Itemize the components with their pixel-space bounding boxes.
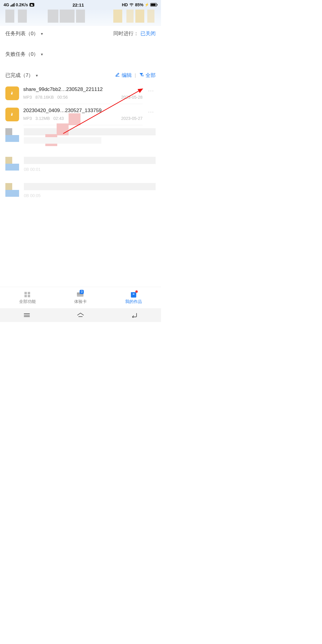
badge-count: 0 (80, 290, 84, 294)
file-type: MP3 (23, 95, 32, 100)
home-button[interactable] (76, 311, 85, 320)
chevron-down-icon: ▾ (41, 52, 43, 57)
tasks-section-header[interactable]: 任务列表（0） ▾ 同时进行： 已关闭 (0, 26, 161, 41)
hd-indicator: HD (122, 2, 128, 7)
battery-percent: 85% (135, 2, 143, 7)
list-item-redacted: 0B 00:05 (0, 180, 161, 206)
failed-label: 失败任务（0） (5, 51, 38, 58)
svg-rect-11 (24, 295, 27, 297)
svg-rect-3 (13, 4, 14, 7)
tab-all-functions[interactable]: 全部功能 (19, 291, 36, 304)
chevron-down-icon: ▾ (41, 31, 43, 36)
filter-icon[interactable] (139, 72, 144, 78)
svg-rect-10 (28, 292, 30, 294)
badge-dot (135, 290, 138, 293)
signal-icon (10, 3, 15, 7)
chevron-down-icon: ▾ (36, 73, 38, 78)
file-date: 2023-05-28 (121, 95, 143, 100)
completed-label: 已完成（7） (5, 72, 33, 79)
file-duration: 02:43 (53, 116, 64, 121)
list-item[interactable]: share_99dc7bb2…230528_221112 MP3 878.16K… (0, 83, 161, 104)
edit-icon[interactable] (115, 72, 120, 78)
battery-icon (150, 3, 157, 7)
file-date: 2023-05-27 (121, 116, 143, 121)
music-file-icon (5, 86, 19, 100)
network-type: 4G (4, 2, 9, 7)
concurrent-label: 同时进行： (113, 30, 139, 37)
list-item[interactable]: 20230420_0409…230527_133759 MP3 3.12MB 0… (0, 104, 161, 125)
file-name: 20230420_0409…230527_133759 (23, 108, 143, 114)
tab-label: 全部功能 (19, 299, 36, 304)
network-speed: 0.2K/s (16, 2, 28, 7)
tasks-label: 任务列表（0） (5, 30, 38, 37)
failed-section-header[interactable]: 失败任务（0） ▾ (0, 47, 161, 62)
file-duration: 00:56 (57, 95, 68, 100)
filter-all-button[interactable]: 全部 (145, 72, 156, 79)
file-size: 878.16KB (35, 95, 54, 100)
svg-rect-12 (28, 295, 30, 297)
file-name: share_99dc7bb2…230528_221112 (23, 86, 143, 92)
svg-rect-15 (131, 292, 136, 293)
svg-rect-8 (157, 4, 157, 6)
file-meta-redacted: 0B 00:05 (24, 193, 41, 198)
svg-rect-1 (11, 5, 12, 7)
music-file-icon (5, 108, 19, 121)
grid-icon (23, 291, 32, 298)
tab-label: 我的作品 (125, 299, 142, 304)
charging-icon: ⚡ (145, 3, 149, 7)
svg-rect-4 (14, 3, 15, 7)
file-size: 3.12MB (35, 116, 50, 121)
back-button[interactable] (130, 311, 139, 320)
tab-my-works[interactable]: 我的作品 (125, 291, 142, 304)
svg-rect-7 (151, 4, 156, 6)
svg-rect-0 (10, 5, 11, 7)
file-list: share_99dc7bb2…230528_221112 MP3 878.16K… (0, 83, 161, 287)
header-banner-redacted (0, 10, 161, 26)
wifi-icon (129, 3, 134, 7)
file-meta-redacted: 0B 00:01 (24, 167, 41, 172)
list-item-redacted (0, 125, 161, 154)
bottom-tab-bar: 全部功能 0 体验卡 我的作品 (0, 287, 161, 308)
cloud-icon (29, 3, 35, 7)
svg-rect-9 (24, 292, 27, 294)
file-type: MP3 (23, 116, 32, 121)
svg-rect-16 (133, 294, 134, 295)
separator: | (135, 72, 136, 78)
more-icon[interactable]: ⋯ (147, 108, 156, 115)
tab-trial-card[interactable]: 0 体验卡 (74, 291, 87, 304)
edit-button[interactable]: 编辑 (122, 72, 132, 79)
more-icon[interactable]: ⋯ (147, 87, 156, 94)
concurrent-toggle[interactable]: 同时进行： 已关闭 (113, 30, 156, 37)
android-nav-bar (0, 308, 161, 322)
status-bar: 4G 0.2K/s 22:11 HD 85% ⚡ (0, 0, 161, 10)
clock: 22:11 (72, 2, 84, 7)
svg-rect-2 (12, 4, 13, 7)
tab-label: 体验卡 (74, 299, 87, 304)
concurrent-value: 已关闭 (140, 30, 156, 37)
recent-apps-button[interactable] (22, 311, 31, 320)
completed-section-header[interactable]: 已完成（7） ▾ 编辑 | 全部 (0, 65, 161, 83)
list-item-redacted: 0B 00:01 (0, 154, 161, 180)
